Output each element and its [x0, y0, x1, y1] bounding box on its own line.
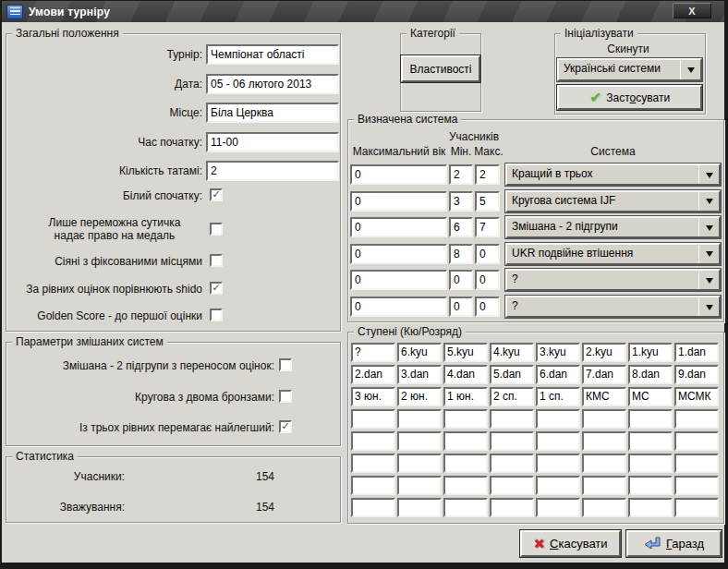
max-participants-input[interactable]: [475, 297, 500, 317]
system-select[interactable]: Кругова система IJF: [505, 190, 721, 212]
grade-cell[interactable]: [628, 476, 673, 495]
min-participants-input[interactable]: [449, 244, 473, 264]
grade-cell[interactable]: МС: [628, 387, 673, 406]
checkbox[interactable]: [210, 254, 223, 267]
dropdown-arrow-icon[interactable]: [698, 245, 719, 263]
checkbox[interactable]: [279, 390, 292, 403]
grade-cell[interactable]: [490, 476, 534, 495]
text-input[interactable]: [206, 132, 339, 152]
close-button[interactable]: X: [673, 3, 711, 18]
max-participants-input[interactable]: [475, 270, 500, 290]
grade-cell[interactable]: КМС: [582, 387, 626, 406]
grade-cell[interactable]: [490, 409, 534, 429]
grade-cell[interactable]: [490, 454, 534, 473]
max-participants-input[interactable]: [475, 164, 500, 185]
grade-cell[interactable]: 2 юн.: [397, 387, 442, 406]
max-participants-input[interactable]: [475, 244, 500, 264]
grade-cell[interactable]: [443, 498, 488, 517]
checkbox[interactable]: [279, 358, 292, 371]
checkbox[interactable]: ✓: [210, 188, 223, 201]
max-participants-input[interactable]: [475, 217, 500, 237]
text-input[interactable]: [206, 103, 339, 123]
max-participants-input[interactable]: [475, 191, 500, 212]
dropdown-arrow-icon[interactable]: [698, 297, 719, 316]
cancel-button[interactable]: ✖Скасувати: [520, 530, 621, 557]
grade-cell[interactable]: [351, 476, 395, 495]
max-age-input[interactable]: [350, 217, 447, 237]
grade-cell[interactable]: ?: [351, 343, 395, 362]
text-input[interactable]: [206, 44, 339, 65]
grade-cell[interactable]: 1 сп.: [536, 387, 580, 406]
min-participants-input[interactable]: [449, 217, 473, 237]
checkbox[interactable]: [210, 309, 223, 321]
grade-cell[interactable]: 4.kyu: [490, 343, 534, 362]
grade-cell[interactable]: [536, 409, 580, 429]
grade-cell[interactable]: [536, 476, 580, 495]
grade-cell[interactable]: [351, 409, 395, 429]
grade-cell[interactable]: [490, 498, 534, 517]
system-select[interactable]: UKR подвійне втішення: [505, 243, 721, 265]
dropdown-arrow-icon[interactable]: [698, 165, 719, 184]
checkbox[interactable]: [210, 223, 223, 236]
grade-cell[interactable]: [536, 454, 580, 473]
grade-cell[interactable]: 6.dan: [536, 365, 580, 384]
grade-cell[interactable]: 5.kyu: [443, 343, 488, 362]
grade-cell[interactable]: [397, 431, 442, 451]
grade-cell[interactable]: [582, 409, 626, 429]
dropdown-arrow-icon[interactable]: [698, 218, 719, 236]
max-age-input[interactable]: [350, 244, 447, 264]
grade-cell[interactable]: МСМК: [674, 387, 719, 406]
min-participants-input[interactable]: [449, 191, 473, 212]
init-system-select[interactable]: Українські системи: [557, 58, 702, 81]
min-participants-input[interactable]: [449, 164, 473, 185]
grade-cell[interactable]: [582, 454, 626, 473]
grade-cell[interactable]: 3 юн.: [351, 387, 395, 406]
grade-cell[interactable]: 1.dan: [674, 343, 719, 362]
properties-button[interactable]: Властивості: [401, 55, 480, 82]
grade-cell[interactable]: 5.dan: [490, 365, 534, 384]
system-select[interactable]: ?: [505, 296, 721, 318]
grade-cell[interactable]: [397, 498, 442, 517]
system-select[interactable]: Кращий в трьох: [505, 163, 721, 186]
checkbox[interactable]: ✓: [279, 420, 292, 433]
text-input[interactable]: [206, 161, 339, 181]
grade-cell[interactable]: [351, 454, 395, 473]
text-input[interactable]: [206, 74, 339, 94]
grade-cell[interactable]: 1 юн.: [443, 387, 488, 406]
max-age-input[interactable]: [350, 270, 447, 290]
grade-cell[interactable]: 2.dan: [351, 365, 395, 384]
grade-cell[interactable]: 9.dan: [674, 365, 719, 384]
grade-cell[interactable]: [443, 454, 488, 473]
grade-cell[interactable]: 2 сп.: [490, 387, 534, 406]
grade-cell[interactable]: [397, 454, 442, 473]
grade-cell[interactable]: [628, 431, 673, 451]
grade-cell[interactable]: [674, 454, 719, 473]
min-participants-input[interactable]: [449, 297, 473, 317]
grade-cell[interactable]: 7.dan: [582, 365, 626, 384]
grade-cell[interactable]: 1.kyu: [628, 343, 673, 362]
apply-button[interactable]: ✔Застосувати: [557, 85, 702, 110]
grade-cell[interactable]: 2.kyu: [582, 343, 626, 362]
grade-cell[interactable]: [443, 431, 488, 451]
grade-cell[interactable]: 3.dan: [397, 365, 442, 384]
grade-cell[interactable]: [397, 409, 442, 429]
grade-cell[interactable]: [351, 431, 395, 451]
grade-cell[interactable]: [628, 498, 673, 517]
grade-cell[interactable]: [536, 498, 580, 517]
grade-cell[interactable]: [443, 476, 488, 495]
max-age-input[interactable]: [350, 164, 447, 185]
grade-cell[interactable]: [582, 431, 626, 451]
grade-cell[interactable]: [397, 476, 442, 495]
ok-button[interactable]: Гаразд: [626, 530, 722, 557]
checkbox[interactable]: ✓: [210, 282, 223, 295]
dropdown-arrow-icon[interactable]: [698, 192, 719, 211]
grade-cell[interactable]: [674, 409, 719, 429]
grade-cell[interactable]: [674, 431, 719, 451]
grade-cell[interactable]: 4.dan: [443, 365, 488, 384]
grade-cell[interactable]: [582, 476, 626, 495]
grade-cell[interactable]: 8.dan: [628, 365, 673, 384]
system-select[interactable]: Змішана - 2 підгрупи: [505, 216, 721, 238]
grade-cell[interactable]: [351, 498, 395, 517]
grade-cell[interactable]: [536, 431, 580, 451]
grade-cell[interactable]: 3.kyu: [536, 343, 580, 362]
